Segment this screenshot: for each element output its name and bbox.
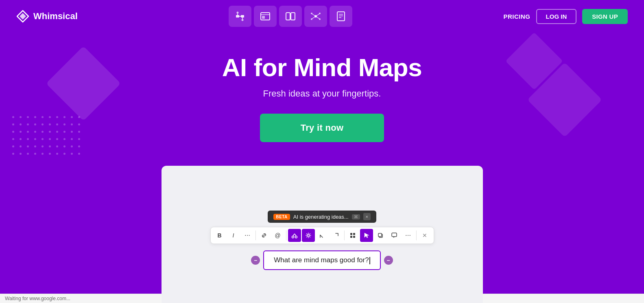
dot (49, 123, 51, 125)
nav-tool-split[interactable] (279, 6, 302, 27)
nav-tool-flowchart[interactable] (229, 6, 251, 27)
dot (56, 131, 58, 133)
ai-close-icon: × (365, 214, 368, 219)
dot (49, 131, 51, 133)
dots-grid-left (12, 116, 84, 158)
pricing-link[interactable]: PRICING (504, 13, 530, 20)
comment-button[interactable] (388, 229, 401, 242)
dot (20, 138, 22, 140)
text-cursor (369, 257, 370, 264)
nav-tools (229, 6, 352, 27)
svg-marker-40 (393, 237, 395, 238)
dot (20, 116, 22, 118)
dot (27, 153, 29, 155)
arrow-up-right-button[interactable] (330, 229, 343, 242)
editor-toolbar: B I ⋯ @ (210, 227, 434, 244)
svg-point-22 (319, 18, 321, 20)
dot (63, 145, 65, 147)
svg-rect-34 (350, 236, 352, 238)
try-now-button[interactable]: Try it now (260, 114, 384, 142)
dot (78, 138, 80, 140)
mindmap-icon (310, 12, 321, 21)
ai-close-button[interactable]: × (363, 213, 371, 220)
dot (12, 153, 14, 155)
left-connector-icon: – (254, 257, 257, 263)
arrow-down-left-button[interactable] (316, 229, 329, 242)
nav-tool-wireframe[interactable] (254, 6, 277, 27)
dot (56, 138, 58, 140)
node-row: – What are mind maps good for? – (170, 250, 475, 270)
dot (41, 123, 44, 125)
dot (34, 145, 36, 147)
svg-point-5 (237, 12, 239, 14)
dot (34, 116, 36, 118)
navbar: Whimsical (0, 0, 644, 33)
right-connector[interactable]: – (384, 256, 393, 265)
nav-tool-mindmap[interactable] (304, 6, 327, 27)
dot (20, 145, 22, 147)
svg-point-27 (292, 236, 294, 238)
dot (12, 123, 14, 125)
toolbar-divider-1 (255, 231, 256, 240)
link-button[interactable] (258, 229, 271, 242)
dot (41, 116, 44, 118)
grid-icon (349, 232, 356, 239)
close-toolbar-button[interactable]: ✕ (418, 229, 431, 242)
dot (49, 138, 51, 140)
link-icon (261, 232, 267, 239)
dot (56, 123, 58, 125)
svg-rect-33 (353, 233, 355, 235)
svg-rect-39 (392, 233, 397, 237)
dot (20, 131, 22, 133)
mind-map-node[interactable]: What are mind maps good for? (263, 250, 380, 270)
dot (12, 116, 14, 118)
toolbar-divider-3 (344, 231, 345, 240)
more-button[interactable]: ⋯ (402, 229, 415, 242)
toolbar-divider-4 (416, 231, 417, 240)
settings-icon (305, 232, 312, 239)
nav-tool-docs[interactable] (330, 6, 352, 27)
bold-button[interactable]: B (213, 229, 226, 242)
logo[interactable]: Whimsical (16, 10, 78, 23)
dot (71, 153, 73, 155)
ai-message: AI is generating ideas... (293, 214, 349, 220)
svg-rect-3 (241, 15, 244, 18)
dot (49, 153, 51, 155)
svg-line-17 (312, 16, 316, 19)
left-connector[interactable]: – (251, 256, 260, 265)
signup-button[interactable]: SIGN UP (582, 9, 628, 24)
dot (63, 116, 65, 118)
comment-icon (391, 232, 397, 239)
dot (27, 116, 29, 118)
dot (20, 153, 22, 155)
arrow-down-left-icon (319, 232, 325, 239)
svg-line-19 (316, 14, 319, 16)
cursor-icon (363, 232, 370, 239)
cursor-button[interactable] (360, 229, 373, 242)
cut-button[interactable] (288, 229, 301, 242)
arrow-up-right-icon (333, 232, 339, 239)
settings-button[interactable] (302, 229, 315, 242)
svg-point-7 (242, 19, 244, 21)
mention-button[interactable]: @ (271, 229, 284, 242)
svg-line-21 (316, 16, 319, 19)
duplicate-button[interactable] (374, 229, 387, 242)
dot (27, 131, 29, 133)
more-text-button[interactable]: ⋯ (241, 229, 254, 242)
svg-rect-11 (262, 16, 265, 19)
svg-line-29 (293, 234, 295, 236)
svg-rect-32 (350, 233, 352, 235)
dot (71, 138, 73, 140)
dot (49, 116, 51, 118)
svg-point-16 (311, 13, 312, 14)
dot (78, 131, 80, 133)
svg-marker-1 (20, 13, 26, 20)
grid-button[interactable] (346, 229, 359, 242)
svg-point-31 (307, 235, 309, 237)
nav-actions: PRICING LOG IN SIGN UP (504, 9, 628, 24)
dot (34, 123, 36, 125)
dot (41, 153, 44, 155)
dot (12, 138, 14, 140)
italic-button[interactable]: I (227, 229, 240, 242)
login-button[interactable]: LOG IN (536, 9, 577, 24)
